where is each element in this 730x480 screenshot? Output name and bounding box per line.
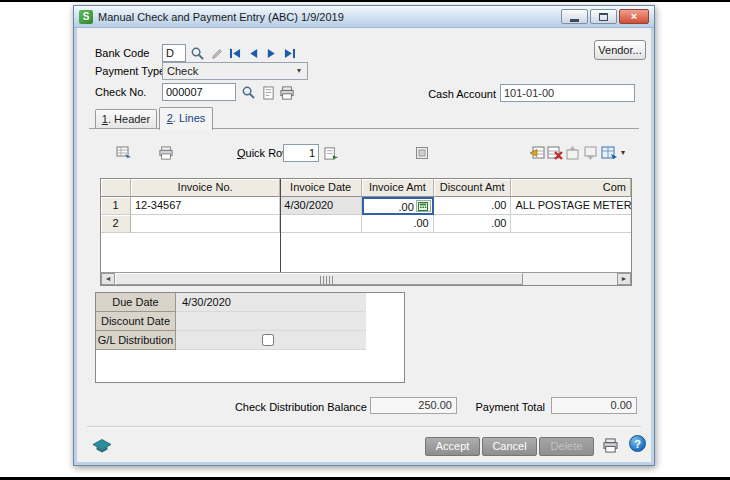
customize-grid-icon[interactable]	[600, 144, 618, 162]
grid-header-invoice-no: Invoice No.	[131, 179, 280, 197]
close-icon: ×	[631, 10, 637, 23]
payment-type-value: Check	[167, 65, 198, 77]
sage-app-icon: S	[79, 10, 93, 24]
invoice-amt-value: .00	[398, 201, 413, 213]
tab-header[interactable]: 1. Header	[95, 109, 157, 129]
grid-horizontal-scrollbar[interactable]: ◄ ►	[101, 272, 631, 285]
grid-row-2: 2 .00 .00	[101, 215, 631, 233]
print-grid-icon[interactable]	[157, 144, 175, 162]
grid-header-invoice-date: Invoice Date	[280, 179, 362, 197]
scrollbar-thumb[interactable]	[115, 273, 523, 285]
footer-separator	[87, 426, 641, 428]
grid-header-row: Invoice No. Invoice Date Invoice Amt Dis…	[101, 179, 631, 197]
title-bar[interactable]: S Manual Check and Payment Entry (ABC) 1…	[74, 6, 654, 28]
print-check-icon[interactable]	[278, 84, 295, 101]
help-button[interactable]: ?	[629, 435, 646, 452]
grid-header-rownum	[101, 179, 131, 197]
due-date-value[interactable]: 4/30/2020	[176, 293, 366, 312]
comment-cell[interactable]	[511, 215, 631, 233]
invoice-date-cell[interactable]	[280, 215, 362, 233]
grid-empty-area[interactable]	[101, 233, 631, 271]
detail-row-filler	[366, 312, 404, 331]
row-number-cell[interactable]: 1	[101, 197, 131, 215]
selection-mode-icon[interactable]	[413, 144, 431, 162]
calculator-icon[interactable]	[416, 200, 431, 212]
move-row-down-icon[interactable]	[582, 144, 600, 162]
gl-distribution-row: G/L Distribution	[96, 331, 404, 350]
maximize-button[interactable]	[590, 9, 617, 24]
delete-button: Delete	[539, 437, 594, 456]
payment-total-value: 0.00	[551, 397, 637, 414]
window-title: Manual Check and Payment Entry (ABC) 1/9…	[98, 11, 556, 23]
check-no-lookup-icon[interactable]	[240, 84, 257, 101]
paperless-office-icon[interactable]	[91, 435, 113, 455]
scroll-right-icon[interactable]: ►	[617, 273, 631, 285]
invoice-no-cell[interactable]: 12-34567	[131, 197, 280, 215]
next-record-button[interactable]	[263, 45, 280, 62]
gl-distribution-value	[176, 331, 366, 350]
gl-distribution-label: G/L Distribution	[96, 331, 176, 350]
minimize-icon	[570, 19, 579, 22]
bank-code-label: Bank Code	[95, 44, 149, 62]
tab-header-label: . Header	[108, 113, 150, 125]
invoice-amt-cell-active[interactable]: .00	[362, 197, 434, 215]
maximize-icon	[599, 13, 608, 21]
scrollbar-grip-icon	[320, 276, 333, 284]
screen-edge-top	[0, 0, 730, 2]
discount-date-label: Discount Date	[96, 312, 176, 331]
invoice-date-cell[interactable]: 4/30/2020	[280, 197, 362, 215]
grid-row-1: 1 12-34567 4/30/2020 .00 .00 ALL POSTAGE…	[101, 197, 631, 215]
check-no-label: Check No.	[95, 83, 146, 101]
discount-amt-cell[interactable]: .00	[434, 197, 512, 215]
frozen-column-divider	[280, 179, 281, 272]
quick-row-accel: Q	[237, 147, 246, 159]
due-date-label: Due Date	[96, 293, 176, 312]
detail-row-filler	[366, 331, 404, 350]
memo-pencil-icon[interactable]	[208, 45, 225, 62]
grid-header-comment: Com	[511, 179, 631, 197]
bank-code-input[interactable]	[162, 44, 186, 62]
first-record-button[interactable]	[227, 45, 244, 62]
dialog-client-area: Bank Code Vendor... Payment Type Check ▾…	[77, 28, 651, 462]
comment-cell[interactable]: ALL POSTAGE METERS	[511, 197, 631, 215]
go-to-row-icon[interactable]	[322, 144, 340, 162]
scroll-left-icon[interactable]: ◄	[101, 273, 115, 285]
grid-header-invoice-amt: Invoice Amt	[362, 179, 434, 197]
next-number-icon[interactable]	[260, 84, 277, 101]
quick-row-input[interactable]	[283, 144, 319, 162]
tab-lines-label: . Lines	[173, 112, 205, 124]
invoice-amt-cell[interactable]: .00	[362, 215, 434, 233]
payment-type-select[interactable]: Check ▾	[162, 62, 308, 80]
grid-settings-icon[interactable]	[115, 144, 133, 162]
manual-check-entry-window: S Manual Check and Payment Entry (ABC) 1…	[73, 5, 655, 466]
line-detail-panel: Due Date 4/30/2020 Discount Date G/L Dis…	[95, 292, 405, 383]
vendor-button[interactable]: Vendor...	[594, 40, 646, 60]
detail-row-filler	[366, 293, 404, 312]
invoice-grid: Invoice No. Invoice Date Invoice Amt Dis…	[100, 178, 632, 286]
last-record-button[interactable]	[281, 45, 298, 62]
grid-header-discount-amt: Discount Amt	[434, 179, 512, 197]
previous-record-button[interactable]	[245, 45, 262, 62]
print-button-icon[interactable]	[601, 436, 619, 454]
discount-date-value[interactable]	[176, 312, 366, 331]
cash-account-input[interactable]	[500, 84, 635, 102]
remove-row-icon[interactable]	[546, 144, 564, 162]
bank-code-lookup-icon[interactable]	[189, 45, 206, 62]
tab-lines[interactable]: 2. Lines	[159, 107, 213, 130]
payment-type-label: Payment Type	[95, 62, 165, 80]
cancel-button[interactable]: Cancel	[482, 437, 537, 456]
row-number-cell[interactable]: 2	[101, 215, 131, 233]
chevron-down-icon: ▾	[292, 63, 306, 79]
accept-button[interactable]: Accept	[425, 437, 480, 456]
close-button[interactable]: ×	[619, 9, 649, 24]
minimize-button[interactable]	[561, 9, 588, 24]
due-date-row: Due Date 4/30/2020	[96, 293, 404, 312]
discount-amt-cell[interactable]: .00	[434, 215, 512, 233]
grid-options-caret-icon[interactable]: ▾	[618, 144, 628, 162]
move-row-up-icon[interactable]	[564, 144, 582, 162]
insert-row-icon[interactable]	[528, 144, 546, 162]
invoice-no-cell[interactable]	[131, 215, 280, 233]
check-no-input[interactable]	[162, 83, 236, 101]
discount-date-row: Discount Date	[96, 312, 404, 331]
gl-distribution-checkbox[interactable]	[262, 334, 274, 346]
